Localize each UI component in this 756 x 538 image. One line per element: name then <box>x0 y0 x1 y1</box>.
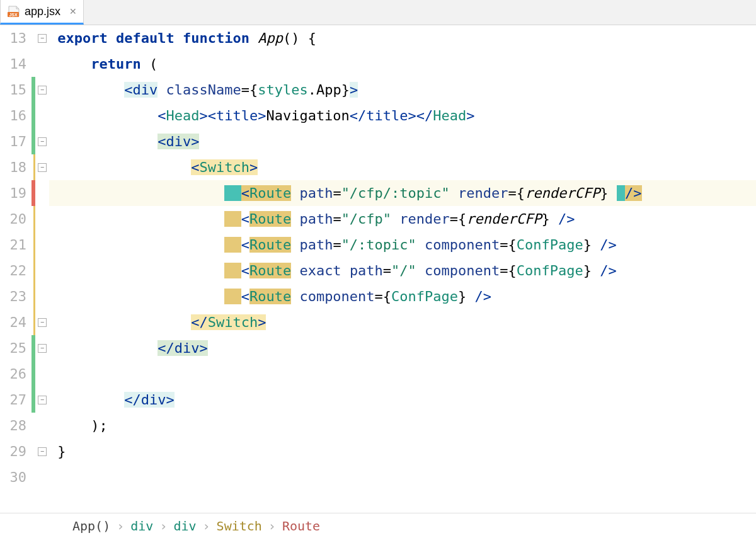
line-number: 14 <box>0 51 26 77</box>
code-line[interactable]: </div> <box>49 387 756 413</box>
code-area[interactable]: export default function App() { return (… <box>49 25 756 513</box>
fold-handle-icon[interactable]: − <box>38 447 47 456</box>
line-number: 13 <box>0 25 26 51</box>
breadcrumb-item[interactable]: div <box>130 518 153 534</box>
line-number: 20 <box>0 206 26 232</box>
chevron-right-icon: › <box>203 518 210 534</box>
line-number: 27 <box>0 387 26 413</box>
line-number: 19 <box>0 180 26 206</box>
line-number: 21 <box>0 232 26 258</box>
line-number: 17 <box>0 129 26 154</box>
code-line[interactable]: ); <box>49 413 756 438</box>
chevron-right-icon: › <box>268 518 276 534</box>
line-number: 15 <box>0 77 26 103</box>
line-number: 25 <box>0 335 26 361</box>
chevron-right-icon: › <box>117 518 124 534</box>
line-number: 26 <box>0 361 26 387</box>
code-line[interactable]: <Route path="/cfp" render={renderCFP} /> <box>49 206 756 232</box>
code-line[interactable]: <Route path="/:topic" component={ConfPag… <box>49 232 756 258</box>
code-line[interactable]: <Switch> <box>49 154 756 180</box>
code-line[interactable]: return ( <box>49 51 756 77</box>
code-line[interactable]: } <box>49 438 756 464</box>
line-number: 29 <box>0 438 26 464</box>
breadcrumb-item[interactable]: div <box>173 518 196 534</box>
line-number: 22 <box>0 258 26 283</box>
line-number: 24 <box>0 309 26 335</box>
close-icon[interactable]: ✕ <box>68 6 78 16</box>
editor-tab-app-jsx[interactable]: JSX app.jsx ✕ <box>0 0 84 25</box>
code-line[interactable]: <Head><title>Navigation</title></Head> <box>49 103 756 129</box>
code-line[interactable]: </div> <box>49 335 756 361</box>
fold-handle-icon[interactable]: − <box>38 396 47 404</box>
fold-handle-icon[interactable]: − <box>38 163 47 172</box>
line-number: 18 <box>0 154 26 180</box>
fold-handle-icon[interactable]: − <box>38 344 47 353</box>
editor-area[interactable]: 131415161718192021222324252627282930 −−−… <box>0 25 756 513</box>
breadcrumb-item[interactable]: Switch <box>217 518 262 534</box>
fold-handle-icon[interactable]: − <box>38 86 47 94</box>
code-line[interactable]: </Switch> <box>49 309 756 335</box>
breadcrumb-item[interactable]: App() <box>72 518 110 534</box>
editor: 131415161718192021222324252627282930 −−−… <box>0 25 756 538</box>
line-number: 30 <box>0 464 26 490</box>
tab-bar: JSX app.jsx ✕ <box>0 0 756 25</box>
code-line[interactable]: export default function App() { <box>49 25 756 51</box>
line-number: 28 <box>0 413 26 438</box>
fold-handle-icon[interactable]: − <box>38 137 47 146</box>
tab-filename: app.jsx <box>25 5 60 18</box>
breadcrumb-item[interactable]: Route <box>282 518 320 534</box>
code-line[interactable]: <div className={styles.App}> <box>49 77 756 103</box>
breadcrumb: App() › div › div › Switch › Route <box>0 513 756 538</box>
code-line[interactable]: <Route exact path="/" component={ConfPag… <box>49 258 756 283</box>
line-number: 16 <box>0 103 26 129</box>
code-line[interactable] <box>49 464 756 490</box>
code-line[interactable]: <Route component={ConfPage} /> <box>49 283 756 309</box>
chevron-right-icon: › <box>159 518 167 534</box>
line-number-gutter: 131415161718192021222324252627282930 <box>0 25 32 513</box>
jsx-file-icon: JSX <box>7 6 21 17</box>
code-line[interactable]: <Route path="/cfp/:topic" render={render… <box>49 180 756 206</box>
line-number: 23 <box>0 283 26 309</box>
fold-gutter: −−−−−−−− <box>35 25 49 513</box>
fold-handle-icon[interactable]: − <box>38 34 47 43</box>
code-line[interactable]: <div> <box>49 129 756 154</box>
code-line[interactable] <box>49 361 756 387</box>
svg-text:JSX: JSX <box>9 13 18 17</box>
fold-handle-icon[interactable]: − <box>38 318 47 327</box>
